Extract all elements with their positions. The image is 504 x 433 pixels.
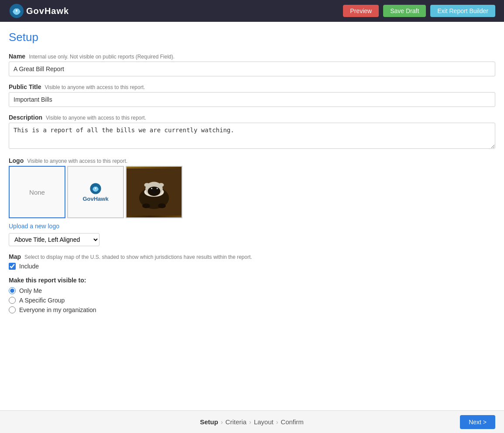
- logo-option-none[interactable]: None: [9, 166, 65, 218]
- visibility-specific-group-label[interactable]: A Specific Group: [19, 297, 65, 304]
- visibility-only-me-label[interactable]: Only Me: [19, 287, 42, 294]
- map-include-row: Include: [9, 263, 495, 270]
- description-label: Description: [9, 114, 42, 121]
- visibility-specific-group-radio[interactable]: [9, 297, 16, 304]
- header: GovHawk Preview Save Draft Exit Report B…: [0, 0, 504, 22]
- map-include-checkbox[interactable]: [9, 263, 16, 270]
- map-include-label[interactable]: Include: [19, 263, 39, 270]
- svg-point-9: [151, 188, 152, 189]
- next-button[interactable]: Next >: [460, 415, 495, 429]
- public-title-input[interactable]: [9, 92, 495, 107]
- description-input[interactable]: This is a report of all the bills we are…: [9, 123, 495, 149]
- footer-chevron-3: ›: [276, 419, 278, 426]
- public-title-field-row: Public Title Visible to anyone with acce…: [9, 83, 495, 107]
- logo-option-govhawk[interactable]: GovHawk: [67, 166, 124, 218]
- name-input[interactable]: [9, 62, 495, 76]
- logo-label-row: Logo Visible to anyone with access to th…: [9, 157, 495, 164]
- logo-label: Logo: [9, 157, 24, 164]
- visibility-everyone-radio[interactable]: [9, 306, 16, 313]
- visibility-everyone-label[interactable]: Everyone in my organization: [19, 306, 96, 313]
- map-label-row: Map Select to display map of the U.S. sh…: [9, 253, 495, 260]
- govhawk-small-icon: [89, 182, 102, 195]
- logo-position-select[interactable]: Above Title, Left Aligned Above Title, C…: [9, 233, 99, 246]
- upload-logo-link[interactable]: Upload a new logo: [9, 223, 495, 230]
- exit-button[interactable]: Exit Report Builder: [430, 5, 495, 17]
- honey-badger-image: [127, 167, 182, 217]
- header-logo: GovHawk: [9, 3, 69, 19]
- svg-point-11: [152, 191, 156, 193]
- footer-chevron-2: ›: [249, 419, 251, 426]
- footer: Setup › Criteria › Layout › Confirm Next…: [0, 410, 504, 433]
- logo-options: None GovHawk: [9, 166, 495, 218]
- svg-point-12: [144, 183, 150, 187]
- page-title: Setup: [9, 31, 495, 44]
- logo-option-custom[interactable]: [126, 166, 182, 218]
- footer-step-confirm: Confirm: [281, 418, 304, 426]
- preview-button[interactable]: Preview: [343, 5, 379, 17]
- map-field-row: Map Select to display map of the U.S. sh…: [9, 253, 495, 270]
- header-buttons: Preview Save Draft Exit Report Builder: [343, 5, 495, 17]
- svg-point-15: [158, 203, 166, 208]
- footer-step-criteria: Criteria: [226, 418, 247, 426]
- description-field-row: Description Visible to anyone with acces…: [9, 114, 495, 150]
- govhawk-option-logo: GovHawk: [82, 182, 108, 202]
- visibility-label: Make this report visible to:: [9, 277, 495, 284]
- footer-chevron-1: ›: [221, 419, 223, 426]
- visibility-field-row: Make this report visible to: Only Me A S…: [9, 277, 495, 313]
- svg-point-13: [158, 183, 164, 187]
- save-draft-button[interactable]: Save Draft: [383, 5, 426, 17]
- description-label-row: Description Visible to anyone with acces…: [9, 114, 495, 121]
- name-label-row: Name Internal use only. Not visible on p…: [9, 53, 495, 60]
- footer-step-layout: Layout: [254, 418, 274, 426]
- description-hint: Visible to anyone with access to this re…: [46, 115, 146, 121]
- footer-steps: Setup › Criteria › Layout › Confirm: [44, 418, 460, 426]
- honey-badger-svg: [127, 166, 182, 218]
- svg-point-14: [142, 203, 150, 208]
- logo-field-row: Logo Visible to anyone with access to th…: [9, 157, 495, 246]
- name-field-row: Name Internal use only. Not visible on p…: [9, 53, 495, 76]
- logo-hint: Visible to anyone with access to this re…: [27, 158, 127, 164]
- header-logo-text: GovHawk: [26, 6, 69, 16]
- svg-point-10: [157, 188, 158, 189]
- map-hint: Select to display map of the U.S. shaded…: [24, 254, 252, 260]
- visibility-only-me-radio[interactable]: [9, 287, 16, 294]
- visibility-only-me-row: Only Me: [9, 287, 495, 294]
- logo-none-label: None: [29, 189, 45, 196]
- visibility-specific-group-row: A Specific Group: [9, 297, 495, 304]
- name-hint: Internal use only. Not visible on public…: [29, 54, 175, 60]
- govhawk-logo-icon: [9, 3, 24, 19]
- public-title-label-row: Public Title Visible to anyone with acce…: [9, 83, 495, 90]
- govhawk-option-label: GovHawk: [82, 196, 108, 202]
- visibility-everyone-row: Everyone in my organization: [9, 306, 495, 313]
- footer-step-setup: Setup: [200, 418, 218, 426]
- main-content: Setup Name Internal use only. Not visibl…: [0, 22, 504, 410]
- name-label: Name: [9, 53, 25, 60]
- map-label: Map: [9, 253, 21, 260]
- public-title-hint: Visible to anyone with access to this re…: [45, 84, 145, 90]
- public-title-label: Public Title: [9, 83, 41, 90]
